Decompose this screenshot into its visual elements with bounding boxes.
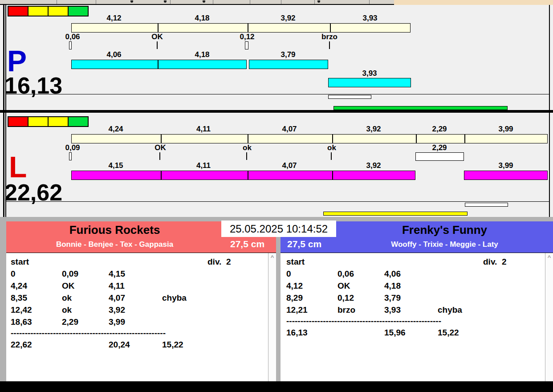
cell-run: 4,15 <box>109 269 125 279</box>
l-run-label: 4,15 <box>108 161 123 170</box>
traffic-red-box <box>8 116 28 127</box>
p-mark-tick <box>245 41 248 49</box>
total-time: 16,13 <box>286 328 308 338</box>
cell-mark: OK <box>62 281 75 291</box>
right-team-dogs: Wooffy - Trixie - Meggie - Laty <box>336 240 553 249</box>
table-row: 0 0,09 4,15 <box>6 269 276 280</box>
bar-divider <box>158 23 159 33</box>
l-mark-label: 2,29 <box>432 143 447 152</box>
toolbar-cropped-text <box>130 0 133 3</box>
cell-mark: OK <box>337 281 350 291</box>
bar-divider <box>248 171 248 180</box>
toolbar-highlight-block <box>394 0 553 5</box>
bar-divider <box>161 171 162 180</box>
l-split-label: 4,24 <box>108 125 123 134</box>
p-split-label: 3,93 <box>362 14 377 23</box>
p-green-bar <box>333 106 508 110</box>
cell-note: chyba <box>438 305 462 315</box>
bar-divider <box>158 60 159 69</box>
toolbar-strip[interactable] <box>0 0 553 5</box>
scroll-up-arrow[interactable]: ^ <box>545 255 553 260</box>
header-start: start <box>286 257 305 267</box>
table-row: 12,42 ok 3,92 <box>6 305 276 316</box>
l-split-label: 4,11 <box>196 125 211 134</box>
cell-split: 0 <box>286 269 291 279</box>
table-row: 18,63 2,29 3,99 <box>6 317 276 328</box>
left-team-name: Furious Rockets <box>6 223 223 237</box>
cell-run: 4,06 <box>384 269 401 279</box>
traffic-yellow-box <box>48 6 69 16</box>
lane-letter-l: L <box>9 152 27 182</box>
dash-separator: ----------------------------------------… <box>286 316 490 326</box>
table-totals-row: 16,13 15,96 15,22 <box>281 328 553 339</box>
right-results-list[interactable]: start div. 2 0 0,06 4,06 4,12 OK 4,18 8,… <box>281 253 553 382</box>
table-separator-row: ----------------------------------------… <box>281 316 553 327</box>
baseline-tick <box>5 94 6 98</box>
p-split-bar <box>71 23 411 33</box>
bar-divider <box>248 134 248 143</box>
l-yellow-bar <box>323 212 468 216</box>
left-jump-height: 27,5 cm <box>230 239 264 249</box>
bar-divider <box>464 134 465 143</box>
cell-run: 4,18 <box>384 281 401 291</box>
cell-run: 3,93 <box>384 305 401 315</box>
bar-divider <box>161 134 162 143</box>
table-header-row: start div. 2 <box>281 257 553 268</box>
l-run-label: 4,07 <box>282 161 297 170</box>
toolbar-cropped-text <box>164 0 167 3</box>
bar-divider <box>332 134 333 143</box>
l-start-tick <box>69 152 72 160</box>
l-mark-label: ok <box>327 143 336 152</box>
l-mark-tick <box>246 152 247 160</box>
cell-note: chyba <box>162 293 187 303</box>
cell-split: 12,42 <box>11 305 32 315</box>
bar-divider <box>332 171 333 180</box>
lane-divider <box>0 110 553 113</box>
p-split-label: 3,92 <box>281 14 295 23</box>
l-mark-tick <box>159 152 160 160</box>
total-net: 20,24 <box>109 340 130 350</box>
l-split-label: 3,99 <box>498 125 513 134</box>
cell-split: 4,24 <box>11 281 27 291</box>
scrollbar[interactable]: ^ <box>545 253 553 382</box>
cell-mark: brzo <box>337 305 355 315</box>
table-row: 0 0,06 4,06 <box>281 269 553 280</box>
cell-split: 8,29 <box>286 293 303 303</box>
l-split-bar <box>71 134 548 143</box>
toolbar-separator <box>213 0 213 4</box>
traffic-light-p <box>8 6 89 16</box>
cell-mark: ok <box>62 293 72 303</box>
cell-split: 4,12 <box>286 281 303 291</box>
toolbar-separator <box>170 0 171 4</box>
cell-run: 3,99 <box>109 317 125 327</box>
total-time: 22,62 <box>11 340 32 350</box>
l-split-label: 3,92 <box>366 125 381 134</box>
toolbar-separator <box>250 0 250 4</box>
p-run-bar <box>249 60 328 69</box>
scroll-up-arrow[interactable]: ^ <box>268 255 276 260</box>
datetime-clock: 25.05.2025 10:14:52 <box>221 220 336 237</box>
left-results-list[interactable]: start div. 2 0 0,09 4,15 4,24 OK 4,11 8,… <box>6 253 276 382</box>
baseline-tick <box>5 202 6 205</box>
header-division: div. 2 <box>207 257 231 267</box>
scrollbar[interactable]: ^ <box>268 253 276 382</box>
l-split-label: 4,07 <box>282 125 297 134</box>
total-net: 15,96 <box>384 328 406 338</box>
p-last-run-label: 3,93 <box>362 69 377 78</box>
lane-total-l: 22,62 <box>4 181 62 204</box>
toolbar-separator <box>281 0 281 4</box>
p-start-tick <box>69 41 72 49</box>
total-best: 15,22 <box>438 328 459 338</box>
table-totals-row: 22,62 20,24 15,22 <box>6 340 276 351</box>
lane-letter-p: P <box>7 46 27 76</box>
cell-split: 18,63 <box>11 317 32 327</box>
traffic-red-box <box>8 6 28 16</box>
toolbar-cropped-text <box>203 0 205 3</box>
toolbar-separator <box>369 0 370 4</box>
p-mark-tick <box>329 41 330 49</box>
toolbar-separator <box>314 0 315 4</box>
l-run-label: 4,11 <box>196 161 211 170</box>
header-division: div. 2 <box>483 257 506 267</box>
l-split-label: 2,29 <box>432 125 447 134</box>
dash-separator: ----------------------------------------… <box>11 328 215 338</box>
